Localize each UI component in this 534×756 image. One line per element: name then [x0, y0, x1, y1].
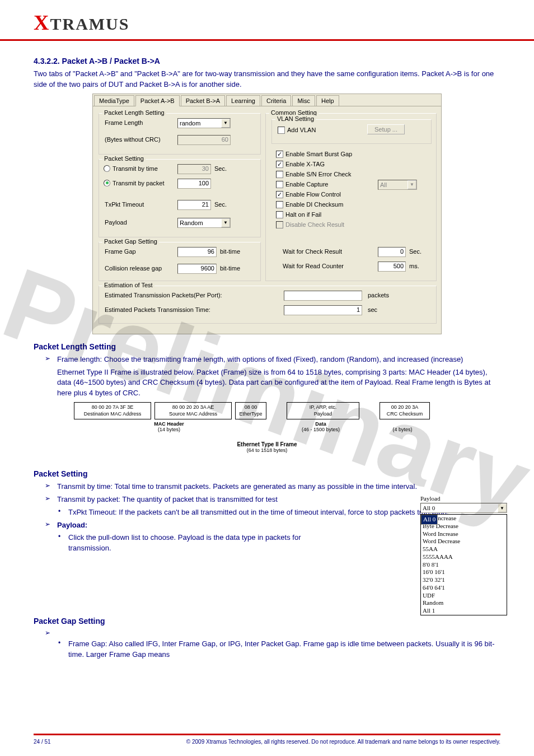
bullet-frame-length: ➢Frame length: Choose the transmitting f…	[45, 354, 500, 365]
lbl-frame-length: Frame Length	[105, 119, 143, 126]
legend-pgs: Packet Gap Setting	[102, 238, 159, 245]
lbl-bytes: (Bytes without CRC)	[105, 136, 161, 143]
chevron-down-icon: ▼	[221, 119, 230, 128]
lbl-payload: Payload	[105, 219, 127, 226]
lbl-sec2: Sec.	[214, 201, 227, 208]
input-etpp	[284, 291, 362, 301]
lbl-wait-chk-unit: Sec.	[409, 248, 421, 255]
group-packet-gap: Packet Gap Setting Frame Gap 96 bit-time…	[99, 242, 261, 281]
legend-est: Estimation of Test	[102, 282, 154, 288]
input-time: 30	[177, 164, 211, 174]
checkbox-flow-control[interactable]: Enable Flow Control	[276, 191, 341, 198]
dot-frame-gap: •Frame Gap: Also called IFG, Inter Frame…	[58, 639, 500, 660]
tab-packet-a-b[interactable]: Packet A->B	[135, 95, 180, 106]
tab-learning[interactable]: Learning	[226, 95, 260, 106]
opt-8-0-8-1[interactable]: 8'0 8'1	[421, 561, 507, 569]
legend-ps: Packet Setting	[102, 155, 146, 162]
chevron-down-icon: ▼	[221, 218, 230, 227]
bullet-transmit-time: ➢Transmit by time: Total time to transmi…	[45, 482, 500, 492]
opt-64-0-64-1[interactable]: 64'0 64'1	[421, 584, 507, 592]
section-heading: 4.3.2.2. Packet A->B / Packet B->A	[34, 57, 500, 66]
button-setup: Setup ...	[367, 124, 405, 134]
logo: XTRAMUS	[34, 15, 129, 33]
page-number: 24 / 51	[34, 739, 51, 745]
para-pls: Ethernet Type II Frame is illustrated be…	[57, 367, 500, 399]
lbl-wait-rd-unit: ms.	[409, 263, 419, 269]
lbl-frame-gap: Frame Gap	[105, 248, 136, 255]
legend-pls: Packet Length Setting	[102, 109, 166, 116]
checkbox-di-checksum[interactable]: Enable DI Checksum	[276, 201, 343, 208]
checkbox-sn-error[interactable]: Enable S/N Error Check	[276, 171, 351, 178]
tab-bar: MediaType Packet A->B Packet B->A Learni…	[93, 94, 441, 106]
select-payload[interactable]: Random▼	[177, 218, 231, 228]
group-packet-setting: Packet Setting Transmit by time 30 Sec. …	[99, 159, 261, 237]
opt-word-inc[interactable]: Word Increase	[421, 530, 507, 538]
group-packet-length: Packet Length Setting Frame Length rando…	[99, 113, 261, 155]
opt-55aa[interactable]: 55AA	[421, 545, 507, 553]
checkbox-disable-check: Disable Check Result	[276, 221, 344, 228]
opt-all0[interactable]: All 0	[421, 515, 438, 525]
input-packet-count[interactable]: 100	[177, 179, 211, 189]
page-header: XTRAMUS	[0, 0, 534, 41]
input-wait-chk[interactable]: 0	[378, 247, 406, 257]
opt-all1[interactable]: All 1	[421, 607, 507, 615]
checkbox-xtag[interactable]: Enable X-TAG	[276, 161, 325, 168]
page-footer: 24 / 51 © 2009 Xtramus Technologies, all…	[0, 734, 534, 745]
input-coll[interactable]: 9600	[177, 264, 217, 274]
input-frame-gap[interactable]: 96	[177, 247, 217, 257]
radio-transmit-by-packet[interactable]: Transmit by packet	[104, 180, 165, 186]
ethernet-frame-diagram: 80 00 20 7A 3F 3EDestination MAC Address…	[74, 402, 460, 464]
opt-udf[interactable]: UDF	[421, 592, 507, 600]
lbl-bit2: bit-time	[220, 265, 240, 272]
checkbox-capture[interactable]: Enable Capture	[276, 181, 328, 188]
lbl-sec1: Sec.	[214, 165, 227, 172]
opt-word-dec[interactable]: Word Decrease	[421, 538, 507, 545]
group-estimation: Estimation of Test Estimated Transmissio…	[99, 286, 437, 324]
dialog-screenshot: MediaType Packet A->B Packet B->A Learni…	[92, 94, 442, 334]
opt-5555aaaa[interactable]: 5555AAAA	[421, 553, 507, 561]
bullet-pgs: ➢	[45, 629, 500, 637]
checkbox-halt-fail[interactable]: Halt on if Fail	[276, 211, 321, 218]
payload-option-list[interactable]: All 0 Byte Increase Byte Decrease Word I…	[420, 514, 507, 615]
copyright: © 2009 Xtramus Technologies, all rights …	[186, 739, 500, 745]
input-eptt: 1	[284, 305, 362, 315]
heading-ps: Packet Setting	[34, 469, 500, 478]
tab-criteria[interactable]: Criteria	[261, 95, 291, 106]
tab-packet-b-a[interactable]: Packet B->A	[181, 95, 225, 106]
heading-pls: Packet Length Setting	[34, 342, 500, 351]
opt-16-0-16-1[interactable]: 16'0 16'1	[421, 568, 507, 576]
select-capture: All▼	[378, 180, 417, 190]
lbl-bit1: bit-time	[220, 248, 240, 255]
payload-dropdown: Payload All 0▼ All 0 Byte Increase Byte …	[420, 495, 507, 615]
input-wait-rd[interactable]: 500	[378, 262, 406, 272]
lbl-wait-rd: Wait for Read Counter	[283, 263, 344, 269]
tab-help[interactable]: Help	[316, 95, 339, 106]
checkbox-add-vlan[interactable]: Add VLAN	[278, 127, 316, 134]
lbl-txpkt: TxPkt Timeout	[105, 201, 144, 208]
tab-misc[interactable]: Misc	[292, 95, 315, 106]
chevron-down-icon: ▼	[498, 503, 507, 512]
group-vlan: VLAN Setting Add VLAN Setup ...	[271, 119, 432, 144]
select-payload2[interactable]: All 0▼	[420, 503, 507, 513]
opt-random[interactable]: Random	[421, 599, 507, 607]
lbl-etpp-unit: packets	[368, 292, 389, 298]
intro-text: Two tabs of "Packet A->B" and "Packet B-…	[34, 69, 500, 90]
legend-vlan: VLAN Setting	[275, 115, 316, 122]
checkbox-smart-burst-gap[interactable]: Enable Smart Burst Gap	[276, 151, 352, 158]
chevron-down-icon: ▼	[407, 180, 416, 189]
tab-mediatype[interactable]: MediaType	[94, 95, 134, 106]
lbl-eptt: Estimated Packets Transmission Time:	[105, 306, 210, 313]
lbl-etpp: Estimated Transmission Packets(Per Port)…	[105, 292, 222, 298]
radio-transmit-by-time[interactable]: Transmit by time	[104, 165, 158, 172]
input-txpkt[interactable]: 21	[177, 200, 211, 210]
group-common-setting: Common Setting VLAN Setting Add VLAN Set…	[265, 113, 437, 281]
lbl-payload2: Payload	[420, 495, 440, 502]
lbl-wait-chk: Wait for Check Result	[283, 248, 342, 255]
lbl-eptt-unit: sec	[368, 306, 377, 313]
heading-pgs: Packet Gap Setting	[34, 617, 500, 626]
opt-32-0-32-1[interactable]: 32'0 32'1	[421, 576, 507, 584]
input-bytes: 60	[177, 135, 231, 145]
lbl-coll: Collision release gap	[105, 265, 162, 272]
select-frame-length[interactable]: random▼	[177, 118, 231, 128]
